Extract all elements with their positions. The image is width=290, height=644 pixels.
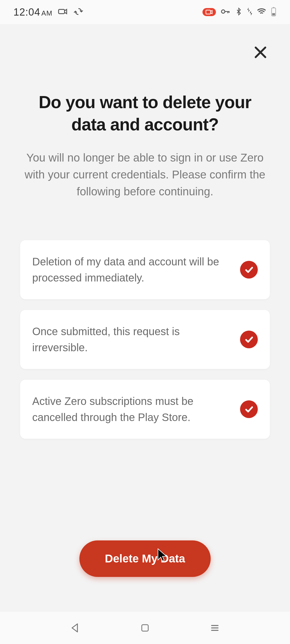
check-icon bbox=[240, 331, 258, 348]
page-subheading: You will no longer be able to sign in or… bbox=[20, 149, 270, 200]
close-icon bbox=[253, 45, 268, 60]
confirmation-text: Deletion of my data and account will be … bbox=[32, 254, 232, 286]
status-left: 12:04AM bbox=[13, 6, 84, 18]
svg-rect-5 bbox=[272, 13, 275, 15]
navigation-bar bbox=[0, 612, 290, 644]
check-icon bbox=[240, 400, 258, 418]
battery-icon bbox=[271, 7, 277, 17]
sync-icon bbox=[73, 6, 84, 18]
vpn-key-icon bbox=[220, 6, 230, 18]
confirmation-text: Once submitted, this request is irrevers… bbox=[32, 323, 232, 356]
back-icon bbox=[70, 623, 81, 633]
time-value: 12:04 bbox=[13, 6, 40, 18]
content-area: Do you want to delete your data and acco… bbox=[0, 24, 290, 612]
svg-point-2 bbox=[222, 10, 225, 13]
home-button[interactable] bbox=[137, 620, 153, 636]
back-button[interactable] bbox=[67, 620, 83, 636]
recents-button[interactable] bbox=[207, 620, 223, 636]
delete-my-data-button[interactable]: Delete My Data bbox=[79, 540, 211, 577]
svg-rect-4 bbox=[273, 7, 274, 8]
bluetooth-icon bbox=[235, 8, 243, 17]
check-icon bbox=[240, 261, 258, 279]
status-right bbox=[202, 6, 277, 18]
svg-rect-6 bbox=[142, 625, 148, 631]
confirmation-item[interactable]: Active Zero subscriptions must be cancel… bbox=[20, 380, 270, 439]
data-icon bbox=[247, 8, 252, 17]
close-button[interactable] bbox=[251, 43, 270, 62]
confirmation-text: Active Zero subscriptions must be cancel… bbox=[32, 393, 232, 425]
svg-rect-1 bbox=[206, 10, 211, 14]
status-bar: 12:04AM bbox=[0, 0, 290, 24]
record-badge-icon bbox=[202, 8, 216, 16]
confirmation-item[interactable]: Deletion of my data and account will be … bbox=[20, 240, 270, 299]
home-icon bbox=[140, 623, 150, 633]
svg-rect-0 bbox=[59, 9, 64, 14]
confirmation-list: Deletion of my data and account will be … bbox=[20, 240, 270, 439]
time-ampm: AM bbox=[41, 9, 52, 17]
video-icon bbox=[58, 6, 68, 18]
menu-icon bbox=[210, 623, 220, 633]
status-time: 12:04AM bbox=[13, 6, 52, 18]
page-title: Do you want to delete your data and acco… bbox=[20, 24, 270, 136]
confirmation-item[interactable]: Once submitted, this request is irrevers… bbox=[20, 310, 270, 369]
wifi-icon bbox=[257, 7, 266, 17]
